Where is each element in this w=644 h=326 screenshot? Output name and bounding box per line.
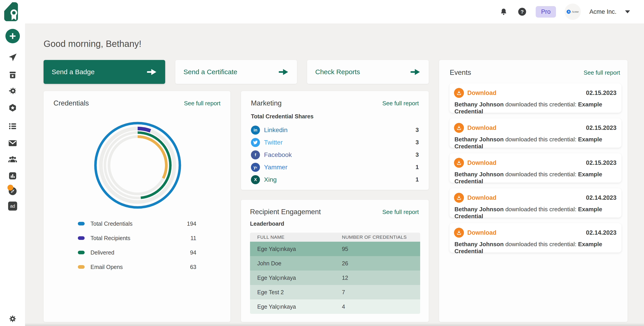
- plus-icon: [6, 29, 20, 43]
- send-certificate-label: Send a Certificate: [184, 68, 237, 76]
- marketing-share-list: inLinkedin3Twitter3fFacebook3y‹Yammer1XX…: [251, 124, 419, 186]
- leaderboard-body: Ege Yalçınkaya95John Doe26Ege Yalçınkaya…: [250, 242, 420, 314]
- notification-dot: [8, 185, 13, 191]
- events-list: Download02.15.2023Bethany Johnson downlo…: [450, 83, 622, 258]
- sidebar-item-recipients[interactable]: [0, 154, 25, 164]
- event-action: downloaded this credential:: [505, 241, 576, 248]
- event-card[interactable]: Download02.15.2023Bethany Johnson downlo…: [450, 83, 622, 113]
- credentials-legend: Total Credentials194Total Recipients11De…: [78, 216, 196, 274]
- sidebar-item-badges[interactable]: [0, 103, 25, 113]
- leaderboard-row: John Doe26: [250, 256, 420, 271]
- recipient-engagement-card: Recipient Engagement See full report Lea…: [241, 200, 429, 322]
- event-actor: Bethany Johnson: [454, 171, 504, 178]
- certificate-logo-icon: [4, 2, 22, 22]
- legend-row: Total Recipients11: [78, 231, 196, 245]
- legend-label: Email Opens: [90, 264, 123, 270]
- event-top-row: Download02.14.2023: [454, 228, 616, 238]
- notifications-button[interactable]: [499, 7, 508, 17]
- facebook-link[interactable]: Facebook: [264, 151, 292, 158]
- event-description: Bethany Johnson downloaded this credenti…: [454, 136, 616, 150]
- check-reports-button[interactable]: Check Reports: [307, 60, 429, 84]
- settings-gear-icon: [8, 314, 17, 323]
- event-description: Bethany Johnson downloaded this credenti…: [454, 241, 616, 255]
- legend-value: 94: [190, 249, 196, 256]
- xing-link[interactable]: Xing: [264, 176, 277, 183]
- sidebar-item-analytics[interactable]: [0, 171, 25, 181]
- send-badge-button[interactable]: Send a Badge: [44, 60, 165, 84]
- leaderboard-header-row: FULL NAME NUMBER OF CREDENTIALS: [250, 233, 420, 242]
- send-certificate-button[interactable]: Send a Certificate: [175, 60, 297, 84]
- event-card[interactable]: Download02.14.2023Bethany Johnson downlo…: [450, 223, 622, 253]
- sidebar-item-list[interactable]: [0, 122, 25, 131]
- event-actor: Bethany Johnson: [454, 241, 504, 248]
- org-avatar[interactable]: A Acme: [564, 3, 581, 20]
- ring-track: [101, 128, 174, 202]
- help-button[interactable]: ?: [517, 7, 527, 17]
- yammer-icon: y‹: [251, 163, 260, 172]
- sidebar-item-integrations[interactable]: [0, 86, 25, 95]
- event-type-label: Download: [467, 159, 496, 166]
- leaderboard-header-name: FULL NAME: [250, 235, 342, 240]
- download-icon: [456, 160, 462, 165]
- event-type-label: Download: [467, 89, 496, 96]
- marketing-see-full-report-link[interactable]: See full report: [382, 100, 419, 107]
- event-card[interactable]: Download02.15.2023Bethany Johnson downlo…: [450, 153, 622, 183]
- leaderboard-header-value: NUMBER OF CREDENTIALS: [342, 235, 420, 240]
- xing-share-count: 1: [416, 176, 419, 183]
- event-type-label: Download: [467, 124, 496, 131]
- sidebar-item-create[interactable]: [0, 29, 25, 43]
- yammer-link[interactable]: Yammer: [264, 164, 288, 171]
- recipient-engagement-title: Recipient Engagement: [250, 208, 321, 216]
- org-name: Acme Inc.: [590, 8, 616, 15]
- leaderboard-row: Ege Yalçınkaya4: [250, 300, 420, 314]
- sidebar-item-send[interactable]: [0, 52, 25, 62]
- download-icon: [456, 195, 462, 200]
- event-card[interactable]: Download02.14.2023Bethany Johnson downlo…: [450, 188, 622, 218]
- event-type-label: Download: [467, 229, 496, 236]
- leaderboard-cell-value: 95: [342, 246, 420, 252]
- legend-value: 11: [190, 235, 196, 242]
- leaderboard-cell-name: Ege Test 2: [250, 289, 342, 296]
- event-actor: Bethany Johnson: [454, 206, 504, 213]
- credentials-title: Credentials: [54, 99, 89, 107]
- sidebar-item-ads[interactable]: ad: [0, 202, 25, 211]
- question-icon: ?: [518, 7, 527, 16]
- engagement-see-full-report-link[interactable]: See full report: [382, 209, 419, 216]
- horizontal-scrollbar[interactable]: [0, 323, 644, 326]
- linkedin-link[interactable]: Linkedin: [264, 126, 288, 134]
- gear-arrow-icon: [8, 86, 17, 95]
- legend-color-pill: [78, 236, 84, 240]
- event-description: Bethany Johnson downloaded this credenti…: [454, 206, 616, 220]
- events-see-full-report-link[interactable]: See full report: [584, 69, 620, 76]
- leaderboard-cell-name: Ege Yalçınkaya: [250, 304, 342, 310]
- mail-icon: [8, 138, 17, 148]
- event-date: 02.15.2023: [586, 89, 616, 96]
- event-description: Bethany Johnson downloaded this credenti…: [454, 171, 616, 185]
- marketing-title: Marketing: [251, 99, 282, 107]
- marketing-card: Marketing See full report Total Credenti…: [241, 91, 429, 190]
- twitter-link[interactable]: Twitter: [264, 139, 282, 146]
- chevron-down-icon[interactable]: [625, 10, 630, 13]
- sidebar-item-mail[interactable]: [0, 138, 25, 148]
- credentials-see-full-report-link[interactable]: See full report: [184, 100, 220, 107]
- sidebar-item-discover[interactable]: [0, 186, 25, 196]
- event-action: downloaded this credential:: [505, 101, 576, 108]
- leaderboard-cell-value: 26: [342, 260, 420, 267]
- leaderboard-cell-name: John Doe: [250, 260, 342, 267]
- event-actor: Bethany Johnson: [454, 136, 504, 143]
- facebook-icon: f: [251, 150, 260, 159]
- share-row-linkedin: inLinkedin3: [251, 124, 419, 136]
- legend-row: Total Credentials194: [78, 216, 196, 231]
- sidebar-item-settings[interactable]: [0, 314, 25, 323]
- leaderboard-cell-value: 7: [342, 289, 420, 296]
- top-header: ? Pro A Acme Acme Inc.: [25, 0, 644, 23]
- leaderboard-row: Ege Yalçınkaya95: [250, 242, 420, 256]
- event-card[interactable]: Download02.15.2023Bethany Johnson downlo…: [450, 118, 622, 148]
- app-logo[interactable]: [0, 2, 25, 22]
- sidebar-item-inbox[interactable]: [0, 70, 25, 80]
- event-top-row: Download02.14.2023: [454, 193, 616, 203]
- arrow-right-icon: [410, 68, 420, 75]
- event-action: downloaded this credential:: [505, 171, 576, 178]
- linkedin-icon: in: [251, 126, 260, 135]
- pro-badge[interactable]: Pro: [536, 6, 556, 17]
